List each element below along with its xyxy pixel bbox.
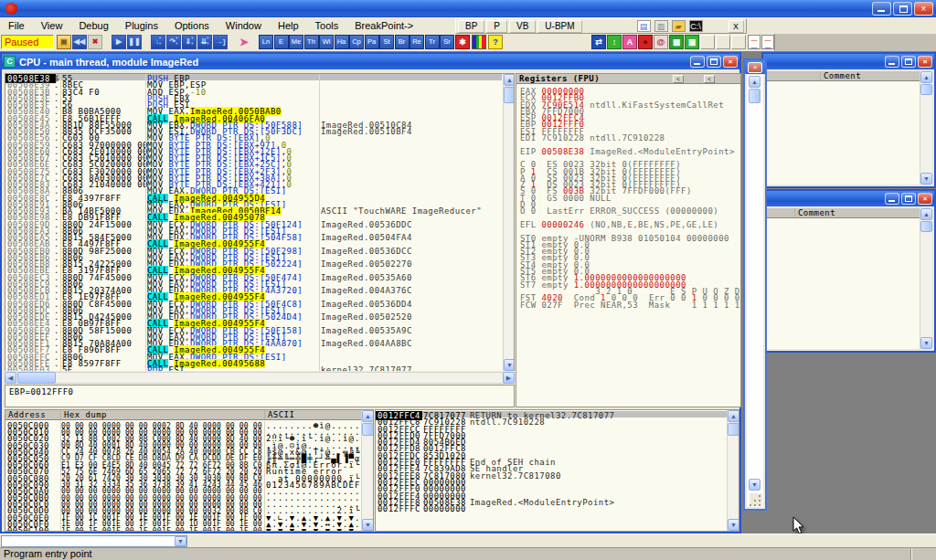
stack-vscrollbar[interactable]: ▲ ▼ [727, 410, 739, 531]
stack-row[interactable]: 0012FFF000000000 [376, 484, 727, 491]
register-line[interactable]: Z 1 DS 0023 32bit 0(FFFFFFFF) [520, 180, 739, 186]
letter-a-icon[interactable]: A [622, 35, 637, 49]
scroll-up-icon[interactable]: ▲ [920, 71, 932, 83]
disasm-row[interactable]: 00508E3F.56PUSH ESI [5, 100, 502, 107]
menu-tools[interactable]: Tools [307, 18, 347, 33]
disasm-row[interactable]: 00508EBE.E8 3197F8FFCALL ImageRed.004955… [5, 266, 502, 272]
disasm-row[interactable]: 00508EFE.E8 8597F8FFCALL ImageRed.004956… [5, 359, 502, 365]
tab-button-me[interactable]: Me [289, 35, 303, 49]
register-line[interactable]: EAX 00000000 [520, 87, 739, 93]
scroll-thumb[interactable] [17, 372, 56, 384]
regs-prev-button[interactable]: < [673, 75, 684, 83]
disasm-row[interactable]: 00508EC9.8B06MOV EAX,DWORD PTR DS:[ESI] [5, 280, 502, 286]
animate-into-icon[interactable]: ⇓⁚ [182, 35, 197, 49]
bp-button-bp[interactable]: BP [458, 20, 484, 33]
disasm-row[interactable]: 00508EA3.8B06MOV EAX,DWORD PTR DS:[ESI] [5, 227, 502, 233]
spiral-icon[interactable]: @ [654, 35, 668, 49]
scroll-down-icon[interactable]: ▼ [362, 519, 374, 531]
dump-row[interactable]: 0050C0D000 00 00 0000 00 00 0000 00 00 0… [5, 506, 361, 512]
menu-view[interactable]: View [33, 18, 71, 33]
disasm-row[interactable]: 00508F03.5EPOP ESIkernel32.7C817077 [5, 365, 502, 371]
scroll-down-icon[interactable]: ▼ [920, 173, 932, 185]
cpu-titlebar[interactable]: C CPU - main thread, module ImageRed × [2, 54, 739, 69]
stack-row[interactable]: 0012FFCCFFFFFFFF [376, 425, 727, 431]
register-line[interactable]: A 0 SS 0023 32bit 0(FFFFFFFF) [520, 174, 739, 180]
scroll-up-icon[interactable]: ▲ [920, 208, 932, 220]
report-list-icon[interactable]: —— [761, 35, 774, 49]
menu-window[interactable]: Window [218, 18, 270, 33]
scroll-thumb[interactable] [362, 423, 374, 436]
cpu-close-button[interactable]: × [723, 56, 738, 68]
disasm-row[interactable]: 00508E98.E8 DB91F8FFCALL ImageRed.004950… [5, 213, 502, 219]
dump-row[interactable]: 0050C00000 00 00 0000 00 00 0002 8D 40 0… [5, 421, 361, 428]
notes-icon[interactable]: ▤ [637, 20, 651, 32]
disasm-row[interactable]: 00508EFC.8B06MOV EAX,DWORD PTR DS:[ESI] [5, 353, 502, 359]
register-line[interactable]: FCW 027F Prec NEAR,53 Mask 1 1 1 1 1 1 [520, 301, 739, 307]
disasm-row[interactable]: 00508EEF.8B06MOV EAX,DWORD PTR DS:[ESI] [5, 333, 502, 339]
info-pane[interactable]: EBP=0012FFF0 [5, 385, 515, 407]
disasm-row[interactable]: 00508EA5.8B15 584F5000MOV EDX,DWORD PTR … [5, 233, 502, 239]
register-line[interactable]: ESI FFFFFFFF [520, 127, 739, 133]
disasm-row[interactable]: 00508E50.8B35 DCF35000MOV ESI,DWORD PTR … [5, 127, 502, 133]
disassembly-pane[interactable]: 00508E38$55PUSH EBP00508E39.8BECMOV EBP,… [5, 73, 515, 371]
disasm-row[interactable]: 00508E91.8B06MOV EAX,DWORD PTR DS:[ESI] [5, 200, 502, 206]
scroll-down-icon[interactable]: ▼ [749, 479, 760, 491]
menu-breakpoint[interactable]: BreakPoint-> [346, 18, 421, 33]
disasm-row[interactable]: 00508ECB.8B15 20374A00MOV EDX,DWORD PTR … [5, 286, 502, 292]
exec-till-return-icon[interactable]: →] [213, 35, 228, 49]
tab-button-th[interactable]: Th [304, 35, 319, 49]
disasm-row[interactable]: 00508EB0.8B0D 98F25000MOV ECX,DWORD PTR … [5, 247, 502, 253]
disasm-row[interactable]: 00508ED1.E8 1E97F8FFCALL ImageRed.004955… [5, 292, 502, 299]
registers-pane[interactable]: Registers (FPU) < < EAX 00000000ECX 0012… [516, 73, 741, 407]
scroll-thumb[interactable] [749, 89, 760, 103]
disasm-row[interactable]: 00508EE4.E8 0B97F8FFCALL ImageRed.004955… [5, 319, 502, 325]
disasm-row[interactable]: 00508E67.C683 C5010000 00MOV BYTE PTR DS… [5, 153, 502, 160]
dump-row[interactable]: 0050C040CC 24 40 0078 26 40 0054 2A 40 0… [5, 448, 361, 454]
dump-row[interactable]: 0050C08020 20 61 7420 30 30 3030 30 30 3… [5, 474, 361, 481]
tab-button-br[interactable]: Br [395, 35, 410, 49]
tab-button-re[interactable]: Re [410, 35, 424, 49]
comment-window-2-titlebar[interactable]: × [763, 191, 934, 206]
goto-icon[interactable]: ➤ [237, 35, 251, 49]
disasm-row[interactable]: 00508E93.BA 14BF5000MOV EDX,ImageRed.005… [5, 206, 502, 213]
disasm-row[interactable]: 00508E6E.C683 5C020000 00MOV BYTE PTR DS… [5, 160, 502, 166]
menu-plugins[interactable]: Plugins [117, 18, 166, 33]
close-button[interactable]: × [918, 56, 932, 68]
folder2-icon[interactable]: ▰ [672, 20, 686, 32]
app-titlebar[interactable]: × [0, 0, 936, 17]
register-line[interactable]: FST 4020 Cond 1 0 0 0 Err 0 0 1 0 0 0 0 … [520, 293, 739, 300]
scroll-thumb[interactable] [728, 423, 739, 436]
tab-button-cp[interactable]: Cp [349, 35, 364, 49]
dump-row[interactable]: 0050C03000 8D 40 0001 8D 40 0000 00 00 0… [5, 441, 361, 448]
comment-window-1-titlebar[interactable]: × [763, 54, 934, 69]
menu-help[interactable]: Help [270, 18, 307, 33]
restart-icon[interactable]: ◀◀ [72, 35, 87, 49]
window-grid-icon[interactable]: ▣ [685, 35, 699, 49]
menu-options[interactable]: Options [166, 18, 218, 33]
stack-row[interactable]: 0012FFF800508E38ImageRed.<ModuleEntryPoi… [376, 498, 727, 504]
pause-icon[interactable]: ❚❚ [127, 35, 142, 49]
stack-row[interactable]: 0012FFC47C817077RETURN to kernel32.7C817… [376, 411, 727, 417]
scroll-up-icon[interactable]: ▲ [749, 76, 760, 88]
scroll-left-icon[interactable]: ◀ [5, 372, 16, 384]
disasm-row[interactable]: 00508E59.C683 97000000 00MOV BYTE PTR DS… [5, 141, 502, 147]
minimize-button[interactable] [885, 193, 899, 205]
tab-button-e[interactable]: E [274, 35, 289, 49]
disasm-vscrollbar[interactable]: ▲ ▼ [503, 74, 515, 371]
scroll-thumb[interactable] [920, 84, 932, 95]
minimize-button[interactable] [885, 56, 899, 68]
stack-row[interactable]: 0012FFE87C817080kernel32.7C817080 [376, 471, 727, 478]
disasm-row[interactable]: 00508EF7.E8 F896F8FFCALL ImageRed.004955… [5, 345, 502, 352]
disasm-row[interactable]: 00508E83.C683 21040000 00MOV BYTE PTR DS… [5, 180, 502, 186]
disasm-row[interactable]: 00508EDE.8B15 D4245000MOV EDX,DWORD PTR … [5, 312, 502, 319]
register-line[interactable]: S 0 FS 003B 32bit 7FFDF000(FFF) [520, 186, 739, 193]
scroll-up-icon[interactable]: ▲ [728, 410, 739, 422]
register-line[interactable]: O 0 LastErr ERROR_SUCCESS (00000000) [520, 206, 739, 213]
disasm-row[interactable]: 00508EE9.8B0D 58F15000MOV ECX,DWORD PTR … [5, 326, 502, 333]
register-line[interactable]: ST2 empty 0.0 [520, 247, 739, 253]
scroll-right-icon[interactable]: ▶ [503, 372, 515, 384]
stack-row[interactable]: 0012FFE0FFFFFFFFEnd of SEH chain [376, 458, 727, 464]
tab-button-ha[interactable]: Ha [335, 35, 349, 49]
disasm-row[interactable]: 00508E7C.C683 8A030000 00MOV BYTE PTR DS… [5, 174, 502, 180]
dump-row[interactable]: 0050C1001F 00 1F 001F 00 1F 001F 00 1F 0… [5, 526, 361, 532]
